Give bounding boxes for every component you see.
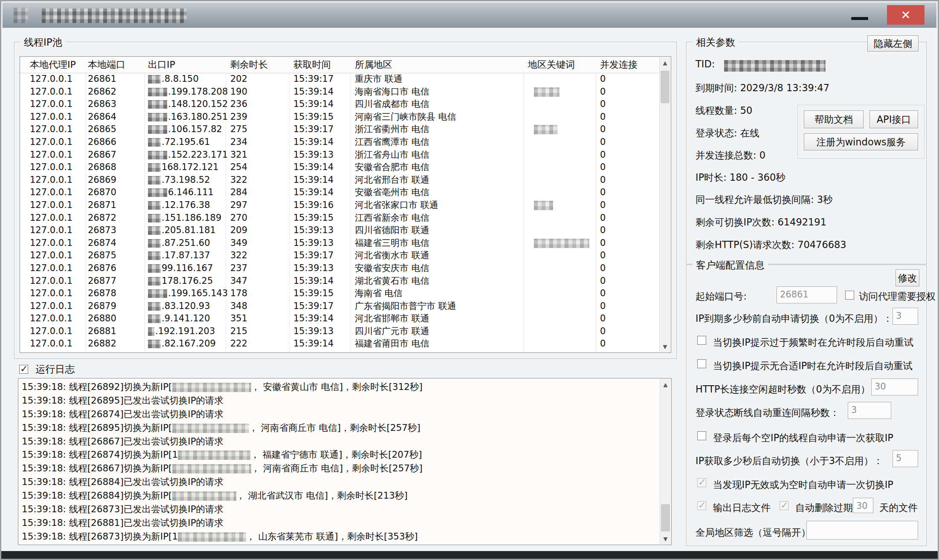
cell-conn: 0 <box>600 312 606 325</box>
cell-conn: 0 <box>600 212 606 225</box>
table-row[interactable]: 127.0.0.1 26868 168.172.121 254 15:39:14… <box>20 161 660 174</box>
table-row[interactable]: 127.0.0.1 26880 .9.141.120 351 15:39:14 … <box>20 312 660 325</box>
ip-redacted-block <box>148 214 161 222</box>
log-ip-redacted-block <box>178 450 250 460</box>
table-row[interactable]: 127.0.0.1 26865 .106.157.82 275 15:39:17… <box>20 123 660 136</box>
ip-redacted-block <box>148 75 161 84</box>
col-header-time[interactable]: 获取时间 <box>293 57 331 73</box>
table-row[interactable]: 127.0.0.1 26870 6.146.111 284 15:39:14 安… <box>20 186 660 199</box>
cell-remaining: 237 <box>230 262 247 275</box>
table-row[interactable]: 127.0.0.1 26871 .12.176.38 297 15:39:16 … <box>20 199 660 212</box>
scroll-down-icon[interactable]: ▼ <box>660 341 670 352</box>
cell-time: 15:39:13 <box>293 224 333 237</box>
ip-redacted-block <box>148 251 161 260</box>
cell-time: 15:39:17 <box>293 73 333 86</box>
table-row[interactable]: 127.0.0.1 26872 .151.186.189 270 15:39:1… <box>20 212 660 225</box>
auth-required-checkbox[interactable] <box>845 291 854 300</box>
cell-exit-ip: .17.87.137 <box>148 249 210 262</box>
cell-port: 26877 <box>88 275 116 288</box>
scroll-down-icon[interactable]: ▼ <box>660 533 671 544</box>
cell-region: 安徽省合肥市 电信 <box>355 161 429 174</box>
keyword-redacted-block <box>534 201 553 210</box>
table-row[interactable]: 127.0.0.1 26877 178.176.25 347 15:39:14 … <box>20 275 660 288</box>
region-filter-input[interactable] <box>806 521 918 540</box>
table-scrollbar[interactable]: ▲ ▼ <box>659 57 670 352</box>
api-button[interactable]: API接口 <box>869 110 918 128</box>
table-row[interactable]: 127.0.0.1 26864 .163.180.251 239 15:39:1… <box>20 111 660 124</box>
cell-time: 15:39:14 <box>293 186 333 199</box>
cell-exit-ip: .151.186.189 <box>148 212 221 225</box>
table-row[interactable]: 127.0.0.1 26869 .73.198.52 322 15:39:14 … <box>20 174 660 187</box>
cell-port: 26882 <box>88 338 116 350</box>
cell-region: 江西省新余市 电信 <box>355 212 429 225</box>
cell-local-ip: 127.0.0.1 <box>30 287 72 300</box>
run-log-checkbox[interactable] <box>19 365 28 374</box>
keyword-redacted-block <box>534 125 557 134</box>
table-row[interactable]: 127.0.0.1 26881 .192.191.203 215 15:39:1… <box>20 325 660 338</box>
cell-port: 26869 <box>88 174 116 187</box>
col-header-region[interactable]: 所属地区 <box>355 57 392 73</box>
run-log-panel[interactable]: 15:39:18: 线程[26892]切换为新IP[， 安徽省黄山市 电信]，剩… <box>18 378 672 545</box>
col-header-local-ip[interactable]: 本地代理IP <box>30 57 76 73</box>
log-file-checkbox[interactable] <box>697 501 706 510</box>
retry-busy-checkbox[interactable] <box>697 336 706 345</box>
register-windows-service-button[interactable]: 注册为windows服务 <box>804 133 918 150</box>
log-scrollbar[interactable]: ▲ ▼ <box>660 379 671 544</box>
ip-redacted-block <box>148 226 161 235</box>
cell-exit-ip: .73.198.52 <box>148 174 210 187</box>
retry-nofit-checkbox[interactable] <box>697 359 706 368</box>
table-row[interactable]: 127.0.0.1 26862 .199.178.208 190 15:39:1… <box>20 86 660 98</box>
col-header-exit-ip[interactable]: 出口IP <box>148 57 175 73</box>
start-port-input[interactable]: 26861 <box>777 286 837 303</box>
region-filter-label: 全局地区筛选（逗号隔开）： <box>696 526 820 539</box>
cell-conn: 0 <box>600 73 606 86</box>
http-idle-input[interactable]: 30 <box>871 378 918 395</box>
window-frame: ✕ 线程IP池 本地代理IP 本地端口 出口IP 剩余时长 获取时间 <box>0 0 939 560</box>
close-button[interactable]: ✕ <box>887 5 925 25</box>
scroll-up-icon[interactable]: ▲ <box>660 379 671 390</box>
table-row[interactable]: 127.0.0.1 26879 .83.120.93 348 15:39:17 … <box>20 300 660 313</box>
table-row[interactable]: 127.0.0.1 26882 .82.167.209 222 15:39:14… <box>20 338 660 350</box>
reconnect-input[interactable]: 3 <box>848 402 891 419</box>
expire-switch-input[interactable]: 3 <box>893 308 918 325</box>
table-row[interactable]: 127.0.0.1 26867 .152.223.171 321 15:39:1… <box>20 149 660 162</box>
invalid-switch-checkbox[interactable] <box>697 478 706 487</box>
scrollbar-thumb[interactable] <box>661 504 670 531</box>
table-row[interactable]: 127.0.0.1 26878 .199.165.143 178 15:39:1… <box>20 287 660 300</box>
ip-redacted-block <box>148 340 161 348</box>
title-bar[interactable]: ✕ <box>3 3 936 28</box>
hide-left-button[interactable]: 隐藏左侧 <box>867 35 919 52</box>
cell-local-ip: 127.0.0.1 <box>30 338 72 350</box>
cell-region: 河北省邢台市 联通 <box>355 174 429 187</box>
cell-port: 26878 <box>88 287 116 300</box>
help-doc-button[interactable]: 帮助文档 <box>804 110 864 128</box>
table-row[interactable]: 127.0.0.1 26873 .205.81.181 209 15:39:13… <box>20 224 660 237</box>
ip-pool-table[interactable]: 本地代理IP 本地端口 出口IP 剩余时长 获取时间 所属地区 地区关键词 并发… <box>20 56 671 353</box>
col-header-port[interactable]: 本地端口 <box>88 57 125 73</box>
cell-remaining: 234 <box>230 136 247 149</box>
col-header-remaining[interactable]: 剩余时长 <box>230 57 268 73</box>
cell-remaining: 239 <box>230 111 247 124</box>
app-window: ✕ 线程IP池 本地代理IP 本地端口 出口IP 剩余时长 获取时间 <box>0 0 939 560</box>
tid-value-redacted <box>724 60 826 72</box>
delete-days-input[interactable]: 30 <box>853 498 873 513</box>
scrollbar-thumb[interactable] <box>661 71 669 103</box>
table-row[interactable]: 127.0.0.1 26874 .87.251.60 349 15:39:13 … <box>20 237 660 250</box>
table-row[interactable]: 127.0.0.1 26876 99.116.167 237 15:39:13 … <box>20 262 660 275</box>
auto-delete-checkbox[interactable] <box>780 501 788 510</box>
col-header-keyword[interactable]: 地区关键词 <box>528 57 575 73</box>
cell-local-ip: 127.0.0.1 <box>30 237 72 250</box>
auto-switch-input[interactable]: 5 <box>893 450 918 467</box>
table-row[interactable]: 127.0.0.1 26863 .148.120.152 236 15:39:1… <box>20 98 660 111</box>
auto-fetch-checkbox[interactable] <box>697 431 706 440</box>
minimize-button[interactable] <box>851 17 868 20</box>
table-row[interactable]: 127.0.0.1 26875 .17.87.137 322 15:39:17 … <box>20 249 660 262</box>
modify-button[interactable]: 修改 <box>896 269 919 286</box>
scroll-up-icon[interactable]: ▲ <box>660 57 670 68</box>
tid-label: TID: <box>696 58 715 69</box>
cell-exit-ip: .163.180.251 <box>148 111 228 124</box>
table-row[interactable]: 127.0.0.1 26866 .72.195.61 234 15:39:14 … <box>20 136 660 149</box>
table-header[interactable]: 本地代理IP 本地端口 出口IP 剩余时长 获取时间 所属地区 地区关键词 并发… <box>20 57 660 73</box>
table-row[interactable]: 127.0.0.1 26861 .8.8.150 202 15:39:17 重庆… <box>20 73 660 86</box>
col-header-conn[interactable]: 并发连接 <box>600 57 638 73</box>
